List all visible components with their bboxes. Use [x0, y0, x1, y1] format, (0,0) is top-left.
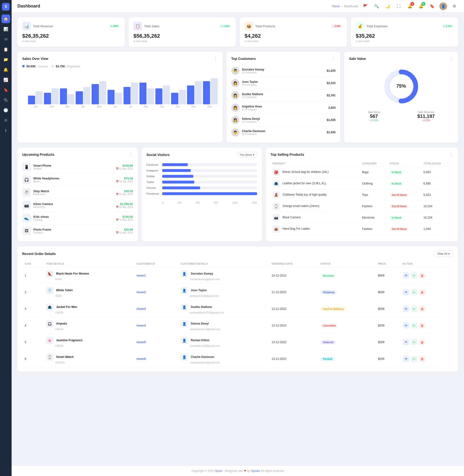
sidebar-item-info[interactable]: ℹ [1, 126, 10, 135]
sidebar-item-mail[interactable]: ✉ [1, 35, 10, 44]
order-price: $999 [376, 267, 400, 284]
sidebar-item-orders[interactable]: 📋 [1, 45, 10, 54]
order-actions: 👁 ✏ 🗑 [400, 267, 453, 284]
upcoming-products-card: Upcoming Products ⋮ 📱 Smart Phone Mobile… [17, 148, 138, 242]
upcoming-products-menu[interactable]: ⋮ [129, 152, 133, 157]
search-button[interactable]: 🔍 [373, 2, 380, 10]
delete-button[interactable]: 🗑 [419, 306, 425, 312]
order-status-badge: Ordered [320, 340, 336, 344]
sidebar-item-bookmark[interactable]: 🔖 [1, 85, 10, 94]
top-selling-menu[interactable]: ⋮ [449, 152, 453, 157]
gear-button[interactable]: ⚙ [450, 2, 458, 10]
total-sales-sub: in last week [133, 40, 231, 43]
order-status-badge: Packed [320, 357, 335, 361]
order-row: 4 🎧 Airpods #45415 #user4 👤 Selena Deoyl… [22, 317, 453, 334]
bookmark-button[interactable]: 🔖 [428, 2, 436, 10]
bell1-button[interactable]: 🔔 4 [406, 2, 414, 10]
view-button[interactable]: 👁 [403, 289, 409, 295]
product-thumb: 🧥 [273, 180, 280, 187]
delete-button[interactable]: 🗑 [419, 272, 425, 279]
edit-button[interactable]: ✏ [411, 322, 417, 329]
sidebar-logo[interactable]: S [2, 3, 10, 11]
sidebar-item-files[interactable]: 📁 [1, 55, 10, 64]
cust-email: charliedavieson@gmail.com [181, 361, 220, 364]
product-name: Stop Watch [33, 190, 116, 193]
edit-button[interactable]: ✏ [411, 289, 417, 295]
bar-group-5 [107, 90, 122, 104]
delete-button[interactable]: 🗑 [419, 322, 425, 329]
top-selling-row: 👜 Hand Bag For Ladies Fashion Out Of Sto… [271, 223, 453, 235]
delete-button[interactable]: 🗑 [419, 356, 425, 362]
item-img: 🎧 [46, 320, 53, 327]
customer-purchases: 12 Purchases [242, 121, 327, 123]
customer-id-link[interactable]: #user1 [136, 274, 146, 277]
customer-id-link[interactable]: #user5 [136, 341, 146, 344]
sidebar-item-chart[interactable]: 📈 [1, 75, 10, 84]
breadcrumb-home[interactable]: Home [332, 5, 340, 8]
bar-chart [28, 71, 218, 104]
view-button[interactable]: 👁 [403, 306, 409, 312]
product-right: $49.29 📅 01 Apr, 2023 [116, 190, 133, 196]
social-bar-fill [162, 163, 188, 166]
sale-value-menu[interactable]: ⋮ [449, 56, 453, 61]
product-cat: Music [33, 180, 116, 183]
total-revenue-badge: + 20% [109, 24, 120, 28]
edit-button[interactable]: ✏ [411, 356, 417, 362]
customer-name: Charlie Davieson [242, 130, 327, 133]
footer-brand[interactable]: Synto [215, 469, 222, 473]
bar-group-9 [171, 90, 186, 104]
col-custdetails: CUSTOMER DETAILS [178, 260, 269, 267]
social-row-chrome: Chrome [146, 187, 257, 189]
customer-info: Charlie Davieson 15 Purchases [242, 130, 327, 135]
edit-button[interactable]: ✏ [411, 339, 417, 345]
sidebar-item-time[interactable]: 🕐 [1, 106, 10, 114]
this-week-button[interactable]: This Week ▾ [237, 152, 257, 158]
user-avatar[interactable]: 👤 [439, 2, 447, 10]
sidebar-item-plugins[interactable]: 🔌 [1, 96, 10, 104]
sidebar-item-notifications[interactable]: 🔔 [1, 65, 10, 74]
order-price: $299 [376, 334, 400, 351]
customer-purchases: 21 Purchases [242, 96, 327, 99]
sales-cell: 10,234 [421, 201, 453, 212]
sale-value-title: Sale Value [349, 57, 366, 61]
product-price: $49.29 [116, 190, 133, 193]
flag-button[interactable]: 🚩 [362, 2, 369, 10]
recent-orders-header: Recent Order Details View All ▾ [22, 251, 453, 257]
cust-email: suzikastallone3214@gmail.com [181, 311, 224, 314]
order-custdetails: 👤 Json Taylor jsontaylor2416@gmail.com [178, 284, 269, 301]
social-bar-wrap [162, 192, 257, 195]
edit-button[interactable]: ✏ [411, 306, 417, 312]
product-info: Kids shoes Clothing [33, 215, 116, 221]
sidebar-item-home[interactable]: 🏠 [1, 15, 10, 23]
item-name: Black Heals For Women [56, 272, 89, 275]
customer-info: Angelina Hose 24 Purchases [242, 105, 329, 111]
sidebar-item-analytics[interactable]: 📊 [1, 25, 10, 33]
sales-overview-menu[interactable]: ⋮ [213, 56, 218, 61]
fullscreen-button[interactable]: ⛶ [395, 2, 403, 10]
edit-button[interactable]: ✏ [411, 272, 417, 279]
customer-row: 👩 Json Taylor 15 Purchases $2,415 [231, 77, 336, 89]
customer-id-link[interactable]: #user3 [136, 307, 146, 311]
view-button[interactable]: 👁 [403, 339, 409, 345]
customer-info: Selena Deoyl 12 Purchases [242, 117, 327, 123]
total-expenses-icon: 💰 [356, 22, 364, 30]
delete-button[interactable]: 🗑 [419, 289, 425, 295]
customer-id-link[interactable]: #user4 [136, 324, 146, 327]
chart-label-Jun: Jun [113, 105, 117, 108]
delete-button[interactable]: 🗑 [419, 339, 425, 345]
top-customers-menu[interactable]: ⋮ [331, 56, 335, 61]
view-button[interactable]: 👁 [403, 272, 409, 279]
category-cell: Fashion [360, 223, 388, 235]
footer-designer[interactable]: Spruko [251, 469, 260, 473]
customer-id-link[interactable]: #user2 [136, 290, 146, 294]
view-button[interactable]: 👁 [403, 356, 409, 362]
customer-id-link[interactable]: #user6 [136, 357, 146, 361]
summary-cards: 📊 Total Revenue + 20% $26,35,262 in last… [17, 17, 458, 47]
view-all-button[interactable]: View All ▾ [434, 251, 453, 257]
view-button[interactable]: 👁 [403, 322, 409, 329]
order-row: 6 ⌚ Smart Watch #522545 #user6 👤 Charlie… [22, 351, 453, 367]
dark-mode-button[interactable]: 🌙 [384, 2, 391, 10]
bell2-button[interactable]: 🔔 6 [417, 2, 425, 10]
sidebar-item-settings[interactable]: ⚙ [1, 116, 10, 125]
expense-dot [51, 65, 54, 67]
